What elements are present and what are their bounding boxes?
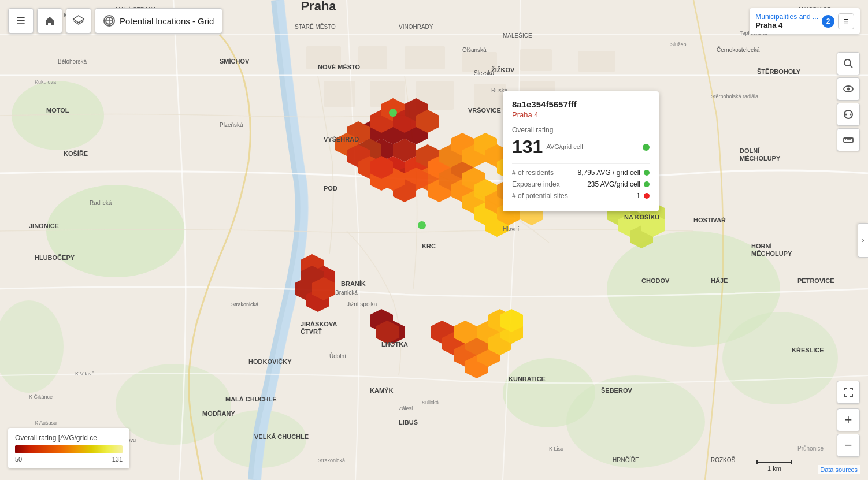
popup-stat-residents: # of residents 8,795 AVG / grid cell <box>512 169 650 177</box>
svg-point-1 <box>46 185 185 277</box>
map-container[interactable]: Praha LIBOC MALÁ STRANA JAHODNICE STARÉ … <box>0 0 868 480</box>
svg-text:SMÍCHOV: SMÍCHOV <box>220 58 250 65</box>
popup-card: 8a1e354f5657fff Praha 4 Overall rating 1… <box>503 91 659 211</box>
popup-rating-value: 131 <box>512 136 543 158</box>
popup-sites-dot <box>644 193 650 199</box>
svg-text:Černokostelecká: Černokostelecká <box>717 46 760 53</box>
svg-rect-16 <box>520 49 552 71</box>
zoom-out-button[interactable]: − <box>837 434 860 457</box>
svg-rect-18 <box>324 81 355 107</box>
popup-divider <box>512 163 650 164</box>
popup-exposure-value: 235 AVG/grid cell <box>587 180 640 188</box>
svg-text:NA KOŠÍKU: NA KOŠÍKU <box>624 214 659 221</box>
svg-text:Služeb: Služeb <box>670 42 687 47</box>
location-icon <box>103 15 115 27</box>
svg-rect-13 <box>358 46 387 69</box>
popup-stat-exposure: Exposure index 235 AVG/grid cell <box>512 180 650 188</box>
svg-text:Olšanská: Olšanská <box>462 47 487 53</box>
municipality-badge: 2 <box>822 15 834 28</box>
svg-text:Kukulova: Kukulova <box>35 79 56 85</box>
data-sources-link[interactable]: Data sources <box>818 465 860 474</box>
popup-rating-label: Overall rating <box>512 126 650 134</box>
svg-point-6 <box>116 364 231 445</box>
svg-text:Průhonice: Průhonice <box>797 445 824 452</box>
legend-card: Overall rating [AVG/grid ce 50 131 <box>8 428 129 468</box>
legend-max: 131 <box>112 456 123 463</box>
svg-text:VELKÁ CHUCHLE: VELKÁ CHUCHLE <box>254 433 309 440</box>
svg-point-184 <box>850 114 852 116</box>
legend-gradient <box>15 445 123 453</box>
svg-text:ŠEBEROV: ŠEBEROV <box>601 387 632 394</box>
legend-min: 50 <box>15 456 22 463</box>
svg-text:VRŠOVICE: VRŠOVICE <box>468 107 501 114</box>
svg-text:Hlavní: Hlavní <box>503 226 520 232</box>
svg-point-4 <box>722 312 838 404</box>
district-name: Praha 4 <box>755 21 818 29</box>
svg-text:Branická: Branická <box>335 289 358 296</box>
title-bar[interactable]: Potential locations - Grid <box>95 8 222 34</box>
svg-text:MĚCHOLUPY: MĚCHOLUPY <box>751 250 792 257</box>
svg-text:NOVÉ MĚSTO: NOVÉ MĚSTO <box>318 64 361 70</box>
page-title: Potential locations - Grid <box>120 16 214 26</box>
svg-text:KRC: KRC <box>422 243 436 250</box>
svg-text:Praha: Praha <box>301 0 336 13</box>
svg-text:Štěrboholská radiála: Štěrboholská radiála <box>711 94 758 99</box>
zoom-in-button[interactable]: + <box>837 408 860 431</box>
bottom-right-controls: + − <box>837 381 860 457</box>
municipality-card[interactable]: Municipalities and ... Praha 4 2 ≡ <box>750 8 860 34</box>
svg-text:HOSTIVAŘ: HOSTIVAŘ <box>693 217 726 224</box>
collapse-button[interactable]: › <box>858 223 868 258</box>
popup-residents-label: # of residents <box>512 169 554 177</box>
svg-point-178 <box>844 59 851 66</box>
legend-labels: 50 131 <box>15 456 123 463</box>
svg-text:MĚCHOLUPY: MĚCHOLUPY <box>740 155 781 162</box>
circle-dots-button[interactable] <box>837 103 860 126</box>
svg-text:CHODOV: CHODOV <box>641 277 670 284</box>
svg-text:Strakonická: Strakonická <box>318 457 345 463</box>
svg-text:ŽIŽKOV: ŽIŽKOV <box>491 66 515 73</box>
popup-exposure-label: Exposure index <box>512 180 560 188</box>
popup-rating-dot <box>643 144 650 151</box>
svg-text:ŠTĚRBOHOLY: ŠTĚRBOHOLY <box>757 68 801 75</box>
popup-stat-sites: # of potential sites 1 <box>512 192 650 200</box>
svg-text:VYŠEHRAD: VYŠEHRAD <box>324 136 359 143</box>
popup-residents-right: 8,795 AVG / grid cell <box>577 169 650 177</box>
svg-text:K Aušusu: K Aušusu <box>35 420 57 426</box>
svg-text:MALÁ CHUCHLE: MALÁ CHUCHLE <box>225 396 277 403</box>
menu-button[interactable]: ☰ <box>8 8 34 34</box>
svg-text:Zálesí: Zálesí <box>399 405 413 411</box>
svg-text:Bělohorská: Bělohorská <box>58 58 87 65</box>
municipality-name: Municipalities and ... <box>755 13 818 21</box>
svg-text:ROZKOŠ: ROZKOŠ <box>711 456 736 463</box>
layers-toggle-button[interactable] <box>66 8 91 34</box>
svg-text:MODŘANY: MODŘANY <box>202 410 235 417</box>
top-right-panel: Municipalities and ... Praha 4 2 ≡ <box>750 8 860 34</box>
visibility-button[interactable] <box>837 77 860 101</box>
popup-hex-id: 8a1e354f5657fff <box>512 99 650 109</box>
popup-exposure-dot <box>644 181 650 187</box>
svg-text:MOTOL: MOTOL <box>46 107 69 114</box>
svg-rect-17 <box>578 51 615 72</box>
svg-text:HORNÍ: HORNÍ <box>751 243 772 250</box>
svg-text:Strakonická: Strakonická <box>231 302 258 307</box>
svg-text:HODKOVIČKY: HODKOVIČKY <box>248 358 292 365</box>
svg-text:HRNČÍŘE: HRNČÍŘE <box>613 456 639 463</box>
top-left-toolbar: ☰ Potential locations - Grid <box>8 8 222 34</box>
svg-text:KOŠÍŘE: KOŠÍŘE <box>64 150 88 157</box>
svg-text:LIBUŠ: LIBUŠ <box>399 419 418 426</box>
svg-line-179 <box>850 65 853 68</box>
svg-text:Plzeňská: Plzeňská <box>220 122 243 128</box>
legend-title: Overall rating [AVG/grid ce <box>15 434 123 442</box>
svg-text:K Lisu: K Lisu <box>549 446 563 452</box>
svg-point-60 <box>389 109 397 117</box>
popup-district: Praha 4 <box>512 110 650 119</box>
home-button[interactable] <box>37 8 62 34</box>
layers-menu-btn[interactable]: ≡ <box>838 13 854 29</box>
svg-text:ČTVRŤ: ČTVRŤ <box>301 328 322 335</box>
fullscreen-button[interactable] <box>837 381 860 404</box>
search-button[interactable] <box>837 52 860 75</box>
svg-text:STARÉ MĚSTO: STARÉ MĚSTO <box>295 23 336 30</box>
ruler-button[interactable] <box>837 128 860 151</box>
svg-text:DOLNÍ: DOLNÍ <box>740 147 760 154</box>
svg-text:JIRÁSKOVA: JIRÁSKOVA <box>301 321 337 328</box>
